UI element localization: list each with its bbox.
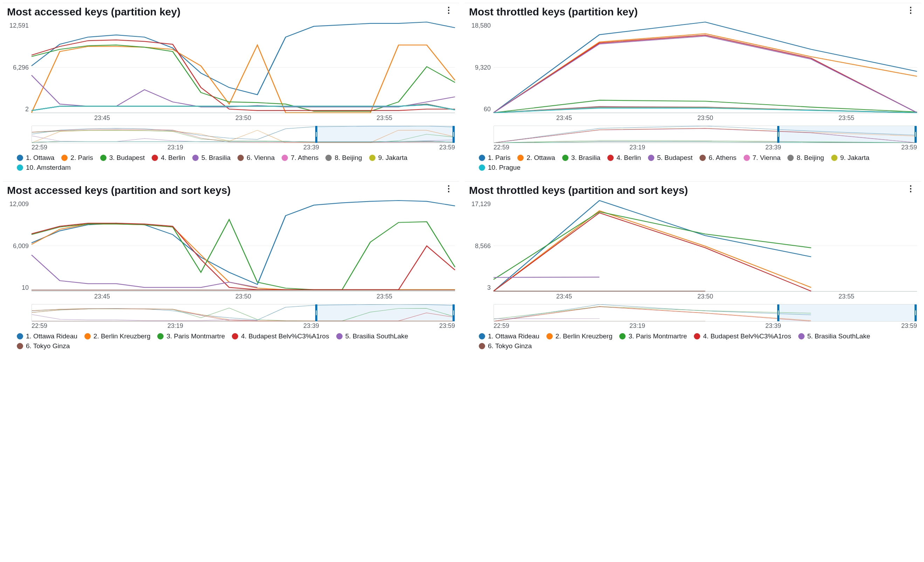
overview-tick: 22:59: [32, 144, 47, 151]
legend-item[interactable]: 2. Berlin Kreuzberg: [84, 332, 151, 340]
overview-tick: 23:59: [439, 322, 455, 330]
legend-item[interactable]: 6. Vienna: [237, 154, 274, 162]
legend-swatch-icon: [562, 155, 568, 161]
x-tick: 23:50: [236, 114, 251, 124]
x-tick: 23:45: [94, 114, 110, 124]
panel-title: Most accessed keys (partition and sort k…: [7, 184, 231, 196]
legend-item[interactable]: 10. Amsterdam: [17, 164, 71, 172]
overview-tick: 23:19: [629, 322, 645, 330]
legend-swatch-icon: [100, 155, 106, 161]
legend-item[interactable]: 3. Brasilia: [562, 154, 600, 162]
kebab-menu-icon[interactable]: ⋮: [442, 6, 455, 14]
legend-item[interactable]: 7. Athens: [282, 154, 318, 162]
legend-item[interactable]: 8. Beijing: [788, 154, 824, 162]
legend-swatch-icon: [694, 333, 700, 339]
y-tick: 18,580: [471, 22, 491, 29]
y-tick: 9,320: [475, 64, 491, 72]
legend-item[interactable]: 1. Ottawa Rideau: [479, 332, 539, 340]
legend-swatch-icon: [479, 333, 485, 339]
overview-strip[interactable]: [32, 304, 455, 321]
legend-item[interactable]: 4. Berlin: [608, 154, 641, 162]
legend-label: 6. Tokyo Ginza: [488, 342, 532, 350]
legend-item[interactable]: 5. Brasilia SouthLake: [798, 332, 870, 340]
y-tick: 60: [484, 106, 491, 113]
legend-item[interactable]: 6. Athens: [699, 154, 736, 162]
overview-brush-handle[interactable]: [315, 305, 454, 321]
legend-item[interactable]: 9. Jakarta: [831, 154, 869, 162]
kebab-menu-icon[interactable]: ⋮: [442, 184, 455, 193]
legend-item[interactable]: 3. Budapest: [100, 154, 145, 162]
plot[interactable]: [32, 200, 455, 291]
overview-strip[interactable]: [494, 304, 917, 321]
legend-label: 2. Paris: [70, 154, 93, 162]
legend: 1. Ottawa2. Paris3. Budapest4. Berlin5. …: [7, 154, 455, 172]
legend-item[interactable]: 5. Brasilia: [192, 154, 231, 162]
legend-swatch-icon: [17, 333, 23, 339]
legend-item[interactable]: 5. Budapest: [648, 154, 693, 162]
legend-item[interactable]: 3. Paris Montmartre: [157, 332, 225, 340]
kebab-menu-icon[interactable]: ⋮: [904, 184, 917, 193]
legend: 1. Ottawa Rideau2. Berlin Kreuzberg3. Pa…: [469, 332, 917, 350]
x-tick: 23:45: [94, 293, 110, 302]
legend-swatch-icon: [619, 333, 626, 339]
legend-item[interactable]: 3. Paris Montmartre: [619, 332, 687, 340]
legend-item[interactable]: 5. Brasilia SouthLake: [336, 332, 408, 340]
overview-strip[interactable]: [494, 126, 917, 143]
legend-swatch-icon: [831, 155, 837, 161]
overview-brush-handle[interactable]: [777, 305, 916, 321]
legend-item[interactable]: 2. Paris: [61, 154, 93, 162]
legend-item[interactable]: 2. Ottawa: [518, 154, 555, 162]
panel-title: Most throttled keys (partition and sort …: [469, 184, 688, 196]
overview-tick: 23:39: [303, 322, 319, 330]
legend-swatch-icon: [479, 164, 485, 171]
overview-axis: 22:5923:1923:3923:59: [494, 144, 917, 151]
panel-throttled-pk: Most throttled keys (partition key)⋮18,5…: [465, 3, 921, 176]
legend-label: 2. Berlin Kreuzberg: [555, 332, 613, 340]
overview-brush-handle[interactable]: [315, 126, 454, 143]
legend-item[interactable]: 7. Vienna: [744, 154, 781, 162]
legend-label: 5. Brasilia SouthLake: [807, 332, 870, 340]
legend-item[interactable]: 10. Prague: [479, 164, 520, 172]
legend-label: 3. Brasilia: [571, 154, 600, 162]
legend-swatch-icon: [282, 155, 288, 161]
legend-item[interactable]: 1. Ottawa: [17, 154, 54, 162]
legend-item[interactable]: 1. Ottawa Rideau: [17, 332, 77, 340]
legend: 1. Paris2. Ottawa3. Brasilia4. Berlin5. …: [469, 154, 917, 172]
legend-label: 5. Brasilia SouthLake: [345, 332, 408, 340]
legend-item[interactable]: 6. Tokyo Ginza: [17, 342, 70, 350]
overview-tick: 22:59: [32, 322, 47, 330]
legend-label: 5. Brasilia: [201, 154, 231, 162]
x-tick: 23:45: [556, 293, 572, 302]
overview-tick: 23:59: [901, 144, 917, 151]
legend-item[interactable]: 2. Berlin Kreuzberg: [546, 332, 613, 340]
plot[interactable]: [494, 22, 917, 113]
overview-brush-handle[interactable]: [777, 126, 916, 143]
plot[interactable]: [494, 200, 917, 291]
legend-swatch-icon: [798, 333, 804, 339]
legend-swatch-icon: [61, 155, 68, 161]
legend-label: 7. Athens: [291, 154, 318, 162]
legend-item[interactable]: 4. Budapest Belv%C3%A1ros: [232, 332, 329, 340]
kebab-menu-icon[interactable]: ⋮: [904, 6, 917, 14]
legend-label: 6. Athens: [709, 154, 736, 162]
overview-strip[interactable]: [32, 126, 455, 143]
plot[interactable]: [32, 22, 455, 113]
overview-tick: 23:59: [439, 144, 455, 151]
legend-item[interactable]: 9. Jakarta: [369, 154, 407, 162]
legend-swatch-icon: [648, 155, 654, 161]
legend-item[interactable]: 8. Beijing: [326, 154, 362, 162]
legend-item[interactable]: 4. Budapest Belv%C3%A1ros: [694, 332, 791, 340]
y-tick: 6,009: [13, 242, 29, 250]
legend-item[interactable]: 4. Berlin: [152, 154, 185, 162]
x-axis: 23:4523:5023:55: [32, 293, 455, 302]
legend-item[interactable]: 1. Paris: [479, 154, 510, 162]
x-tick: 23:55: [838, 114, 854, 124]
x-axis: 23:4523:5023:55: [494, 114, 917, 124]
legend-label: 7. Vienna: [753, 154, 781, 162]
legend-item[interactable]: 6. Tokyo Ginza: [479, 342, 532, 350]
x-tick: 23:45: [556, 114, 572, 124]
legend-swatch-icon: [518, 155, 524, 161]
legend-swatch-icon: [699, 155, 706, 161]
legend-label: 6. Vienna: [247, 154, 274, 162]
legend-label: 4. Budapest Belv%C3%A1ros: [241, 332, 329, 340]
